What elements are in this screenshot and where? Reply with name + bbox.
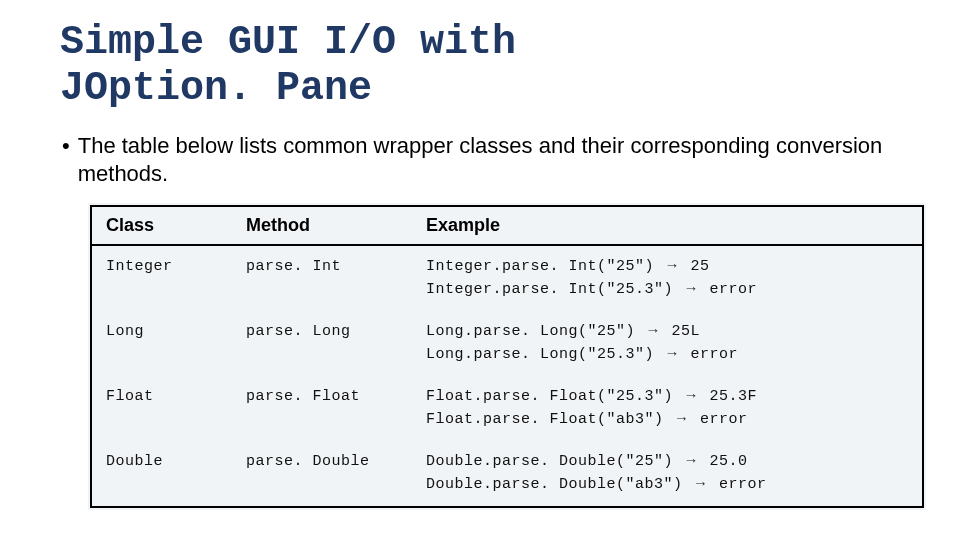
example-result: error — [700, 411, 748, 428]
example-result: 25.0 — [710, 453, 748, 470]
example-line: Double.parse. Double("ab3") → error — [426, 474, 908, 497]
cell-class: Float — [92, 376, 232, 441]
cell-example: Double.parse. Double("25") → 25.0 Double… — [412, 441, 922, 506]
bullet-dot-icon: • — [62, 132, 70, 160]
table-row: Float parse. Float Float.parse. Float("2… — [92, 376, 922, 441]
cell-method: parse. Int — [232, 245, 412, 311]
example-line: Integer.parse. Int("25.3") → error — [426, 279, 908, 302]
arrow-icon: → — [664, 344, 682, 367]
example-call: Float.parse. Float("ab3") — [426, 411, 664, 428]
cell-method: parse. Float — [232, 376, 412, 441]
col-header-example: Example — [412, 207, 922, 245]
title-line-1: Simple GUI I/O with — [60, 20, 516, 65]
example-line: Float.parse. Float("25.3") → 25.3F — [426, 386, 908, 409]
page-title: Simple GUI I/O with JOption. Pane — [60, 20, 900, 112]
col-header-method: Method — [232, 207, 412, 245]
arrow-icon: → — [645, 321, 663, 344]
example-call: Float.parse. Float("25.3") — [426, 388, 673, 405]
cell-example: Long.parse. Long("25") → 25L Long.parse.… — [412, 311, 922, 376]
table-header-row: Class Method Example — [92, 207, 922, 245]
table-row: Integer parse. Int Integer.parse. Int("2… — [92, 245, 922, 311]
table-row: Double parse. Double Double.parse. Doubl… — [92, 441, 922, 506]
table-row: Long parse. Long Long.parse. Long("25") … — [92, 311, 922, 376]
cell-class: Double — [92, 441, 232, 506]
example-line: Long.parse. Long("25") → 25L — [426, 321, 908, 344]
arrow-icon: → — [683, 386, 701, 409]
example-line: Long.parse. Long("25.3") → error — [426, 344, 908, 367]
example-result: error — [719, 476, 767, 493]
arrow-icon: → — [664, 256, 682, 279]
arrow-icon: → — [683, 451, 701, 474]
bullet-item: • The table below lists common wrapper c… — [60, 132, 900, 187]
example-call: Integer.parse. Int("25") — [426, 258, 654, 275]
col-header-class: Class — [92, 207, 232, 245]
cell-class: Long — [92, 311, 232, 376]
example-call: Long.parse. Long("25.3") — [426, 346, 654, 363]
cell-example: Integer.parse. Int("25") → 25 Integer.pa… — [412, 245, 922, 311]
example-call: Double.parse. Double("ab3") — [426, 476, 683, 493]
wrapper-class-table: Class Method Example Integer parse. Int … — [90, 205, 924, 508]
cell-method: parse. Long — [232, 311, 412, 376]
cell-class: Integer — [92, 245, 232, 311]
example-result: 25.3F — [710, 388, 758, 405]
example-result: error — [691, 346, 739, 363]
example-line: Integer.parse. Int("25") → 25 — [426, 256, 908, 279]
bullet-text: The table below lists common wrapper cla… — [78, 132, 900, 187]
cell-example: Float.parse. Float("25.3") → 25.3F Float… — [412, 376, 922, 441]
example-result: error — [710, 281, 758, 298]
arrow-icon: → — [673, 409, 691, 432]
example-line: Double.parse. Double("25") → 25.0 — [426, 451, 908, 474]
slide: Simple GUI I/O with JOption. Pane • The … — [0, 0, 960, 508]
cell-method: parse. Double — [232, 441, 412, 506]
title-line-2: JOption. Pane — [60, 66, 372, 111]
example-line: Float.parse. Float("ab3") → error — [426, 409, 908, 432]
arrow-icon: → — [692, 474, 710, 497]
example-call: Long.parse. Long("25") — [426, 323, 635, 340]
example-call: Integer.parse. Int("25.3") — [426, 281, 673, 298]
arrow-icon: → — [683, 279, 701, 302]
example-call: Double.parse. Double("25") — [426, 453, 673, 470]
example-result: 25 — [691, 258, 710, 275]
table: Class Method Example Integer parse. Int … — [92, 207, 922, 506]
example-result: 25L — [672, 323, 701, 340]
